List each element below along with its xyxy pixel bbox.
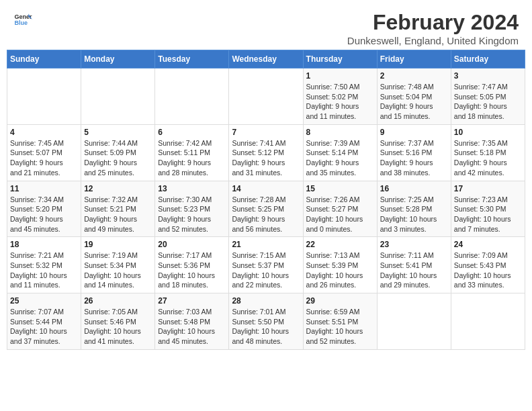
svg-text:Blue: Blue (14, 19, 28, 26)
calendar-day-cell: 17Sunrise: 7:23 AM Sunset: 5:30 PM Dayli… (451, 181, 525, 237)
calendar-day-cell: 24Sunrise: 7:09 AM Sunset: 5:43 PM Dayli… (451, 237, 525, 293)
calendar-day-cell: 7Sunrise: 7:41 AM Sunset: 5:12 PM Daylig… (229, 124, 303, 181)
day-info: Sunrise: 7:21 AM Sunset: 5:32 PM Dayligh… (10, 250, 78, 290)
day-number: 11 (10, 184, 78, 193)
day-info: Sunrise: 7:35 AM Sunset: 5:18 PM Dayligh… (454, 138, 522, 178)
day-info: Sunrise: 7:32 AM Sunset: 5:21 PM Dayligh… (84, 195, 152, 234)
calendar-day-cell: 15Sunrise: 7:26 AM Sunset: 5:27 PM Dayli… (303, 181, 377, 237)
calendar-container: SundayMondayTuesdayWednesdayThursdayFrid… (0, 50, 532, 357)
day-info: Sunrise: 7:13 AM Sunset: 5:39 PM Dayligh… (306, 250, 374, 290)
day-info: Sunrise: 7:19 AM Sunset: 5:34 PM Dayligh… (84, 250, 152, 290)
day-info: Sunrise: 6:59 AM Sunset: 5:51 PM Dayligh… (306, 307, 374, 347)
calendar-day-cell: 28Sunrise: 7:01 AM Sunset: 5:50 PM Dayli… (229, 293, 303, 350)
calendar-day-cell: 22Sunrise: 7:13 AM Sunset: 5:39 PM Dayli… (303, 237, 377, 293)
calendar-day-cell (229, 68, 303, 125)
day-info: Sunrise: 7:50 AM Sunset: 5:02 PM Dayligh… (306, 82, 374, 122)
day-number: 21 (232, 240, 300, 249)
day-of-week-header: Tuesday (155, 50, 229, 68)
calendar-day-cell: 23Sunrise: 7:11 AM Sunset: 5:41 PM Dayli… (377, 237, 451, 293)
day-info: Sunrise: 7:41 AM Sunset: 5:12 PM Dayligh… (232, 138, 300, 178)
title-block: February 2024 Dunkeswell, England, Unite… (347, 10, 519, 46)
day-number: 28 (232, 296, 300, 306)
calendar-day-cell: 16Sunrise: 7:25 AM Sunset: 5:28 PM Dayli… (377, 181, 451, 237)
day-info: Sunrise: 7:17 AM Sunset: 5:36 PM Dayligh… (158, 250, 226, 290)
calendar-week-row: 11Sunrise: 7:34 AM Sunset: 5:20 PM Dayli… (7, 181, 525, 237)
day-of-week-header: Thursday (303, 50, 377, 68)
day-info: Sunrise: 7:26 AM Sunset: 5:27 PM Dayligh… (306, 195, 374, 234)
day-number: 4 (10, 128, 78, 137)
calendar-day-cell: 5Sunrise: 7:44 AM Sunset: 5:09 PM Daylig… (81, 124, 155, 181)
day-info: Sunrise: 7:25 AM Sunset: 5:28 PM Dayligh… (380, 195, 448, 234)
day-number: 15 (306, 184, 374, 193)
day-number: 24 (454, 240, 522, 249)
day-number: 22 (306, 240, 374, 249)
day-info: Sunrise: 7:39 AM Sunset: 5:14 PM Dayligh… (306, 138, 374, 178)
calendar-day-cell: 12Sunrise: 7:32 AM Sunset: 5:21 PM Dayli… (81, 181, 155, 237)
day-info: Sunrise: 7:05 AM Sunset: 5:46 PM Dayligh… (84, 307, 152, 347)
calendar-table: SundayMondayTuesdayWednesdayThursdayFrid… (7, 50, 525, 350)
logo: General Blue (13, 10, 32, 29)
day-info: Sunrise: 7:07 AM Sunset: 5:44 PM Dayligh… (10, 307, 78, 347)
day-number: 7 (232, 128, 300, 137)
calendar-week-row: 1Sunrise: 7:50 AM Sunset: 5:02 PM Daylig… (7, 68, 525, 125)
day-info: Sunrise: 7:37 AM Sunset: 5:16 PM Dayligh… (380, 138, 448, 178)
calendar-day-cell: 19Sunrise: 7:19 AM Sunset: 5:34 PM Dayli… (81, 237, 155, 293)
day-number: 10 (454, 128, 522, 137)
calendar-day-cell (7, 68, 81, 125)
calendar-day-cell: 21Sunrise: 7:15 AM Sunset: 5:37 PM Dayli… (229, 237, 303, 293)
day-of-week-header: Wednesday (229, 50, 303, 68)
calendar-day-cell: 29Sunrise: 6:59 AM Sunset: 5:51 PM Dayli… (303, 293, 377, 350)
calendar-week-row: 25Sunrise: 7:07 AM Sunset: 5:44 PM Dayli… (7, 293, 525, 350)
day-number: 20 (158, 240, 226, 249)
day-of-week-header: Sunday (7, 50, 81, 68)
day-number: 17 (454, 184, 522, 193)
day-info: Sunrise: 7:34 AM Sunset: 5:20 PM Dayligh… (10, 195, 78, 234)
day-number: 26 (84, 296, 152, 306)
day-number: 8 (306, 128, 374, 137)
day-info: Sunrise: 7:45 AM Sunset: 5:07 PM Dayligh… (10, 138, 78, 178)
calendar-day-cell: 9Sunrise: 7:37 AM Sunset: 5:16 PM Daylig… (377, 124, 451, 181)
calendar-day-cell: 14Sunrise: 7:28 AM Sunset: 5:25 PM Dayli… (229, 181, 303, 237)
day-number: 25 (10, 296, 78, 306)
day-number: 6 (158, 128, 226, 137)
day-info: Sunrise: 7:03 AM Sunset: 5:48 PM Dayligh… (158, 307, 226, 347)
day-number: 13 (158, 184, 226, 193)
logo-icon: General Blue (13, 10, 32, 29)
day-number: 12 (84, 184, 152, 193)
calendar-header-row: SundayMondayTuesdayWednesdayThursdayFrid… (7, 50, 525, 68)
day-number: 9 (380, 128, 448, 137)
calendar-day-cell: 1Sunrise: 7:50 AM Sunset: 5:02 PM Daylig… (303, 68, 377, 125)
calendar-day-cell: 20Sunrise: 7:17 AM Sunset: 5:36 PM Dayli… (155, 237, 229, 293)
header: General Blue February 2024 Dunkeswell, E… (0, 0, 532, 50)
calendar-day-cell: 18Sunrise: 7:21 AM Sunset: 5:32 PM Dayli… (7, 237, 81, 293)
day-info: Sunrise: 7:48 AM Sunset: 5:04 PM Dayligh… (380, 82, 448, 122)
day-number: 5 (84, 128, 152, 137)
calendar-day-cell: 6Sunrise: 7:42 AM Sunset: 5:11 PM Daylig… (155, 124, 229, 181)
day-info: Sunrise: 7:01 AM Sunset: 5:50 PM Dayligh… (232, 307, 300, 347)
day-info: Sunrise: 7:09 AM Sunset: 5:43 PM Dayligh… (454, 250, 522, 290)
day-info: Sunrise: 7:15 AM Sunset: 5:37 PM Dayligh… (232, 250, 300, 290)
main-title: February 2024 (347, 10, 519, 35)
calendar-day-cell: 3Sunrise: 7:47 AM Sunset: 5:05 PM Daylig… (451, 68, 525, 125)
calendar-day-cell: 10Sunrise: 7:35 AM Sunset: 5:18 PM Dayli… (451, 124, 525, 181)
day-number: 19 (84, 240, 152, 249)
day-number: 14 (232, 184, 300, 193)
calendar-day-cell (81, 68, 155, 125)
calendar-day-cell (451, 293, 525, 350)
day-of-week-header: Monday (81, 50, 155, 68)
day-of-week-header: Saturday (451, 50, 525, 68)
calendar-week-row: 18Sunrise: 7:21 AM Sunset: 5:32 PM Dayli… (7, 237, 525, 293)
calendar-day-cell: 25Sunrise: 7:07 AM Sunset: 5:44 PM Dayli… (7, 293, 81, 350)
calendar-day-cell: 13Sunrise: 7:30 AM Sunset: 5:23 PM Dayli… (155, 181, 229, 237)
calendar-day-cell: 27Sunrise: 7:03 AM Sunset: 5:48 PM Dayli… (155, 293, 229, 350)
day-info: Sunrise: 7:30 AM Sunset: 5:23 PM Dayligh… (158, 195, 226, 234)
calendar-day-cell (377, 293, 451, 350)
day-info: Sunrise: 7:47 AM Sunset: 5:05 PM Dayligh… (454, 82, 522, 122)
day-number: 23 (380, 240, 448, 249)
subtitle: Dunkeswell, England, United Kingdom (347, 35, 519, 46)
calendar-day-cell: 26Sunrise: 7:05 AM Sunset: 5:46 PM Dayli… (81, 293, 155, 350)
day-number: 27 (158, 296, 226, 306)
calendar-day-cell: 4Sunrise: 7:45 AM Sunset: 5:07 PM Daylig… (7, 124, 81, 181)
day-number: 18 (10, 240, 78, 249)
calendar-day-cell: 2Sunrise: 7:48 AM Sunset: 5:04 PM Daylig… (377, 68, 451, 125)
